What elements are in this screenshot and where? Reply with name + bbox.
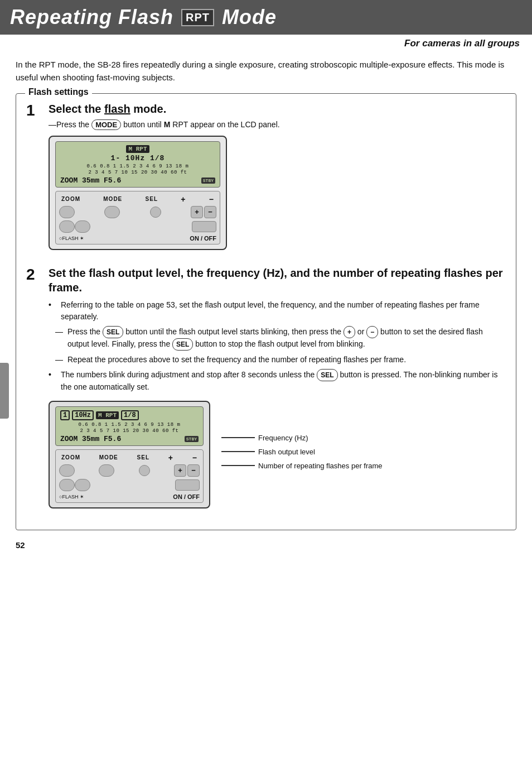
- step-1-number: 1: [26, 102, 42, 256]
- minus-button-2[interactable]: −: [187, 464, 200, 477]
- mode-button[interactable]: [104, 206, 120, 218]
- label-flash-level: Flash output level: [221, 448, 383, 456]
- btn-labels-row: ZOOMMODESEL + −: [59, 194, 216, 205]
- bullet-text-1: Referring to the table on page 53, set t…: [61, 299, 506, 323]
- button-right[interactable]: [192, 221, 216, 232]
- step-2-content: Set the flash output level, the frequenc…: [49, 266, 506, 508]
- label-line-flash: [221, 451, 255, 452]
- flash-settings-box: Flash settings 1 Select the flash mode. …: [16, 93, 516, 530]
- button-panel-1: ZOOMMODESEL + − +: [55, 191, 220, 244]
- step-1-content: Select the flash mode. —Press the MODE b…: [49, 102, 506, 256]
- btn-row-4: ○FLASH ✶ ON / OFF: [59, 235, 216, 242]
- rpt-mode-icon: RPT: [39, 60, 56, 69]
- diagram-labels: Frequency (Hz) Flash output level Number…: [221, 401, 383, 508]
- step-2-number: 2: [26, 266, 42, 508]
- plus-button[interactable]: +: [191, 206, 203, 218]
- sel-button-2[interactable]: [139, 465, 150, 476]
- lcd-display-2: 1 10Hz M RPT 1/8 0.6 0.8 1 1.5 2 3 4 6 9…: [49, 401, 210, 508]
- lcd2-num-highlighted: 1: [60, 410, 70, 420]
- button-left-2[interactable]: [59, 479, 75, 491]
- main-content: In the RPT mode, the SB-28 fires repeate…: [0, 49, 532, 561]
- lcd2-distance: 0.6 0.8 1 1.5 2 3 4 6 9 13 18 m: [60, 422, 199, 428]
- button-panel-2: ZOOMMODESEL + − +: [55, 449, 204, 503]
- on-off-label: ON / OFF: [190, 235, 216, 242]
- flash-label-2: ○FLASH ✶: [59, 494, 84, 500]
- lcd-distance-row: 0.6 0.8 1 1.5 2 3 4 6 9 13 18 m: [60, 164, 215, 169]
- label-freq-text: Frequency (Hz): [258, 434, 308, 442]
- zoom-button[interactable]: [59, 206, 75, 218]
- mode-button-2[interactable]: [99, 464, 114, 477]
- step-2-bullets: • Referring to the table on page 53, set…: [49, 299, 506, 393]
- lcd-mode-badge: M RPT: [126, 145, 149, 153]
- button-center[interactable]: [75, 220, 90, 233]
- label-line-num: [221, 465, 255, 466]
- button-right-2[interactable]: [175, 479, 200, 491]
- plus-button-inline: +: [344, 326, 355, 338]
- flash-settings-label: Flash settings: [25, 87, 92, 97]
- lcd2-ft: 2 3 4 5 7 10 15 20 30 40 60 ft: [60, 428, 199, 434]
- page-header: Repeating Flash RPT Mode: [0, 0, 532, 35]
- flash-label: ○FLASH ✶: [59, 236, 84, 241]
- rpt-icon-inline: RPT: [172, 120, 188, 129]
- zoom-button-2[interactable]: [59, 464, 75, 477]
- lcd-display-1: M RPT 1- 10Hz 1/8 0.6 0.8 1 1.5 2 3 4 6 …: [49, 136, 227, 250]
- page-title: Repeating Flash RPT Mode: [10, 6, 277, 29]
- flash-rpt-icon: RPT: [181, 9, 214, 26]
- step-2-title: Set the flash output level, the frequenc…: [49, 266, 506, 295]
- mode-button-label: MODE: [91, 119, 121, 130]
- step-2: 2 Set the flash output level, the freque…: [26, 266, 506, 508]
- btn2-row-3: [59, 479, 200, 491]
- plus-button-2[interactable]: +: [174, 464, 186, 477]
- btn-row-3: [59, 220, 216, 233]
- step-1: 1 Select the flash mode. —Press the MODE…: [26, 102, 506, 256]
- lcd-zoom-row: ZOOM 35mm F5.6 STBY: [60, 176, 215, 185]
- sel-button-inline: SEL: [103, 326, 123, 338]
- lcd-ft-row: 2 3 4 5 7 10 15 20 30 40 60 ft: [60, 170, 215, 175]
- lcd-stby: STBY: [201, 177, 215, 184]
- bullet-item-1: • Referring to the table on page 53, set…: [49, 299, 506, 323]
- on-off-label-2: ON / OFF: [173, 493, 200, 500]
- label-num-text: Number of repeating flashes per frame: [258, 462, 383, 470]
- dash-item-2: — Repeat the procedures above to set the…: [49, 354, 506, 366]
- dash-text-1: Press the SEL button until the flash out…: [67, 326, 506, 351]
- bullet-text-2: The numbers blink during adjustment and …: [61, 369, 506, 393]
- minus-button[interactable]: −: [204, 206, 216, 218]
- dash-item-1: — Press the SEL button until the flash o…: [49, 326, 506, 351]
- lcd2-stby: STBY: [185, 436, 199, 442]
- lcd2-flash-highlighted: 1/8: [121, 410, 139, 420]
- label-flash-text: Flash output level: [258, 448, 315, 456]
- bullet-item-2: • The numbers blink during adjustment an…: [49, 369, 506, 393]
- sel-button-inline-2: SEL: [172, 338, 193, 351]
- sel-button-inline-3: SEL: [317, 369, 337, 381]
- left-tab: [0, 363, 9, 419]
- button-center-2[interactable]: [75, 479, 90, 491]
- btn2-labels-row: ZOOMMODESEL + −: [59, 452, 200, 463]
- label-line-freq: [221, 437, 255, 438]
- btn-row-2: + −: [59, 206, 216, 218]
- label-num-flashes: Number of repeating flashes per frame: [221, 462, 383, 470]
- lcd2-mode-badge: M RPT: [96, 411, 119, 419]
- step-1-title: Select the flash mode.: [49, 102, 506, 116]
- step-1-subtitle: —Press the MODE button until M RPT appea…: [49, 119, 506, 130]
- diagram-section: 1 10Hz M RPT 1/8 0.6 0.8 1 1.5 2 3 4 6 9…: [49, 401, 506, 508]
- lcd2-freq-highlighted: 10Hz: [72, 410, 94, 420]
- btn2-row-4: ○FLASH ✶ ON / OFF: [59, 493, 200, 500]
- label-freq: Frequency (Hz): [221, 434, 383, 442]
- intro-paragraph: In the RPT mode, the SB-28 fires repeate…: [16, 58, 516, 84]
- btn2-row-2: + −: [59, 464, 200, 477]
- button-left[interactable]: [59, 220, 75, 233]
- lcd-hz-row: 1- 10Hz 1/8: [60, 154, 215, 162]
- for-cameras-subtitle: For cameras in all groups: [0, 35, 532, 49]
- sel-button-small[interactable]: [150, 207, 161, 218]
- lcd2-zoom: ZOOM 35mm F5.6 STBY: [60, 435, 199, 443]
- dash-text-2: Repeat the procedures above to set the f…: [67, 354, 406, 366]
- page-number: 52: [16, 540, 516, 550]
- minus-button-inline: −: [366, 326, 378, 338]
